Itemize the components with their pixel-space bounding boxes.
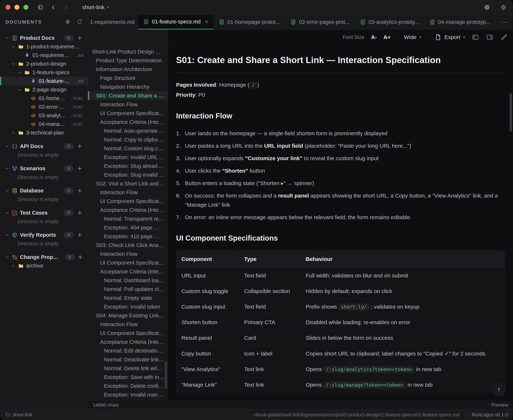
- toc-item-normal-empty-state[interactable]: Normal: Empty state: [88, 293, 168, 302]
- toc-item-information-architecture[interactable]: Information Architecture: [88, 65, 168, 74]
- toc-item-normal-dashboard-loads-[interactable]: Normal: Dashboard loads ...: [88, 276, 168, 285]
- project-title[interactable]: short-link ▾: [82, 4, 109, 10]
- font-increase-button[interactable]: A+: [383, 34, 391, 40]
- chevron-down-icon[interactable]: [5, 188, 9, 193]
- tree-item-verify-reports[interactable]: Verify Reports0+: [0, 231, 88, 239]
- toc-item-ui-component-specifications[interactable]: UI Component Specifications: [88, 109, 168, 118]
- toc-item-acceptance-criteria-interac-[interactable]: Acceptance Criteria (Interac...: [88, 338, 168, 346]
- toc-item-normal-deactivate-link-wit-[interactable]: Normal: Deactivate link wit...: [88, 355, 168, 364]
- chevron-right-icon[interactable]: [11, 130, 15, 135]
- toc-item-exception-404-page-cor-[interactable]: Exception: 404 page — cor...: [88, 223, 168, 232]
- toc-item-s04-manage-existing-links-[interactable]: S04: Manage Existing Links —...: [88, 311, 168, 320]
- tree-item-test-cases[interactable]: Test Cases0+: [0, 209, 88, 217]
- chevron-down-icon[interactable]: [5, 233, 9, 237]
- edit-pencil-icon[interactable]: [500, 34, 508, 41]
- toc-item-exception-delete-confirma-[interactable]: Exception: Delete confirma...: [88, 382, 168, 390]
- toc-item-acceptance-criteria-interac-[interactable]: Acceptance Criteria (Interac...: [88, 206, 168, 214]
- toc-item-acceptance-criteria-interac-[interactable]: Acceptance Criteria (Interac...: [88, 267, 168, 276]
- close-window-button[interactable]: [6, 5, 10, 10]
- chevron-down-icon[interactable]: [17, 87, 22, 92]
- tree-item-2-product-design[interactable]: 2-product-design: [0, 60, 88, 68]
- zoom-window-button[interactable]: [23, 5, 28, 10]
- tab-01-homepage-protot...[interactable]: 01-homepage-protot...: [214, 15, 285, 30]
- toc-item-exception-invalid-url-in-[interactable]: Exception: Invalid URL — in...: [88, 153, 168, 162]
- chevron-down-icon[interactable]: [5, 36, 9, 40]
- toc-item-normal-custom-slug-creat-[interactable]: Normal: Custom slug creat...: [88, 144, 168, 153]
- toc-item-normal-delete-link-with-sl-[interactable]: Normal: Delete link with sl...: [88, 364, 168, 373]
- chevron-down-icon[interactable]: [5, 166, 9, 171]
- chevron-down-icon[interactable]: [5, 255, 9, 260]
- width-mode-dropdown[interactable]: Wide ▾: [404, 34, 421, 40]
- toc-item-short-link-product-design-[interactable]: Short-Link Product Design —...: [88, 47, 168, 56]
- toc-item-normal-poll-updates-click-[interactable]: Normal: Poll updates click ...: [88, 285, 168, 293]
- add-button[interactable]: +: [76, 165, 83, 172]
- add-button[interactable]: +: [76, 35, 83, 41]
- toc-item-exception-slug-invalid-cha-[interactable]: Exception: Slug invalid cha...: [88, 170, 168, 179]
- add-button[interactable]: +: [76, 232, 83, 238]
- chevron-down-icon[interactable]: [11, 44, 15, 49]
- toc-item-interaction-flow[interactable]: Interaction Flow: [88, 250, 168, 258]
- export-dropdown[interactable]: Export ▾: [435, 34, 465, 41]
- toc-item-ui-component-specifications[interactable]: UI Component Specifications: [88, 329, 168, 338]
- traffic-lights[interactable]: [6, 5, 28, 10]
- chevron-down-icon[interactable]: [11, 61, 15, 66]
- sidebar-settings-gear-icon[interactable]: [65, 19, 71, 25]
- add-button[interactable]: +: [77, 254, 83, 260]
- chevron-down-icon[interactable]: [17, 70, 22, 75]
- tree-item-2-page-design[interactable]: 2-page-design: [0, 85, 88, 94]
- toc-item-interaction-flow[interactable]: Interaction Flow: [88, 100, 168, 109]
- toc-item-exception-invalid-token[interactable]: Exception: Invalid token: [88, 302, 168, 311]
- toc-item-exception-slug-already-tak-[interactable]: Exception: Slug already tak...: [88, 162, 168, 170]
- tree-item-02-error-pages-p-[interactable]: 02-error-pages-p....html: [0, 103, 88, 111]
- toc-item-ui-component-specifications[interactable]: UI Component Specifications: [88, 258, 168, 267]
- toc-item-interaction-flow[interactable]: Interaction Flow: [88, 188, 168, 197]
- toc-item-navigation-hierarchy[interactable]: Navigation Hierarchy: [88, 82, 168, 91]
- chevron-right-icon[interactable]: [11, 263, 15, 268]
- toc-item-s03-check-link-click-analyti-[interactable]: S03: Check Link Click Analyti...: [88, 241, 168, 250]
- tree-item-01-feature-specs[interactable]: 01-feature-specs.md: [0, 77, 88, 85]
- font-decrease-button[interactable]: A-: [371, 34, 377, 40]
- tree-item-1-product-requirements[interactable]: 1-product-requirements: [0, 42, 88, 51]
- close-icon[interactable]: ×: [205, 18, 208, 25]
- toc-item-exception-save-with-invali-[interactable]: Exception: Save with invali...: [88, 373, 168, 382]
- add-button[interactable]: +: [76, 143, 83, 150]
- chevron-down-icon[interactable]: [5, 144, 9, 149]
- minimize-window-button[interactable]: [15, 5, 19, 10]
- toc-item-interaction-flow[interactable]: Interaction Flow: [88, 320, 168, 329]
- tree-item-archive[interactable]: archive: [0, 262, 88, 270]
- toc-scrollbar[interactable]: [165, 361, 167, 389]
- toc-item-s02-visit-a-short-link-and-be-[interactable]: S02: Visit a Short Link and Be...: [88, 179, 168, 188]
- tree-item-01-requirements[interactable]: 01-requirements.md: [0, 51, 88, 60]
- tree-item-01-homepage-pro-[interactable]: 01-homepage-pro....html: [0, 94, 88, 103]
- tree-item-database[interactable]: Database0+: [0, 186, 88, 195]
- tab-02-error-pages-prot...[interactable]: 02-error-pages-prot...: [285, 15, 355, 30]
- toggle-left-panel-icon[interactable]: [472, 34, 479, 41]
- toc-item-ui-component-specifications[interactable]: UI Component Specifications: [88, 197, 168, 206]
- toc-item-normal-copy-to-clipboard[interactable]: Normal: Copy to clipboard: [88, 135, 168, 144]
- toc-item-normal-edit-destination-url[interactable]: Normal: Edit destination URL: [88, 346, 168, 355]
- tree-item-change-proposals[interactable]: Change Proposals0+: [0, 253, 88, 262]
- content-scrollbar[interactable]: [510, 93, 512, 132]
- tree-item-04-manage-proto-[interactable]: 04-manage-proto....html: [0, 120, 88, 128]
- tab-01-feature-specs.md[interactable]: 01-feature-specs.md×: [138, 15, 214, 30]
- toc-item-exception-invalid-manage-[interactable]: Exception: Invalid manage...: [88, 390, 168, 399]
- toc-item-normal-transparent-redirect[interactable]: Normal: Transparent redirect: [88, 214, 168, 223]
- back-icon[interactable]: [49, 3, 57, 11]
- tree-item-scenarios[interactable]: Scenarios0+: [0, 164, 88, 173]
- forward-icon[interactable]: [62, 3, 70, 11]
- toc-item-s01-create-and-share-a-sho-[interactable]: S01: Create and Share a Sho...: [88, 91, 168, 100]
- toc-item-acceptance-criteria-interac-[interactable]: Acceptance Criteria (Interac...: [88, 118, 168, 127]
- tab-1-requirements.md[interactable]: 1-requirements.md: [88, 15, 138, 30]
- toggle-right-panel-icon[interactable]: [486, 34, 494, 41]
- tab-04-manage-prototyp...[interactable]: 04-manage-prototyp...: [424, 15, 496, 30]
- gear-icon[interactable]: [483, 3, 491, 11]
- toc-item-page-structure[interactable]: Page Structure: [88, 74, 168, 82]
- tree-item-product-docs[interactable]: Product Docs6+: [0, 34, 88, 42]
- toc-item-exception-410-page-cor-[interactable]: Exception: 410 page — cor...: [88, 232, 168, 241]
- chevron-down-icon[interactable]: [5, 210, 9, 215]
- tree-item-1-feature-specs[interactable]: 1-feature-specs: [0, 68, 88, 77]
- tab-03-analytics-prototy...[interactable]: 03-analytics-prototy...: [355, 15, 424, 30]
- add-button[interactable]: +: [76, 188, 83, 194]
- tree-item-03-analytics-prot-[interactable]: 03-analytics-prot....html: [0, 111, 88, 120]
- tree-item-api-docs[interactable]: API Docs0+: [0, 142, 88, 151]
